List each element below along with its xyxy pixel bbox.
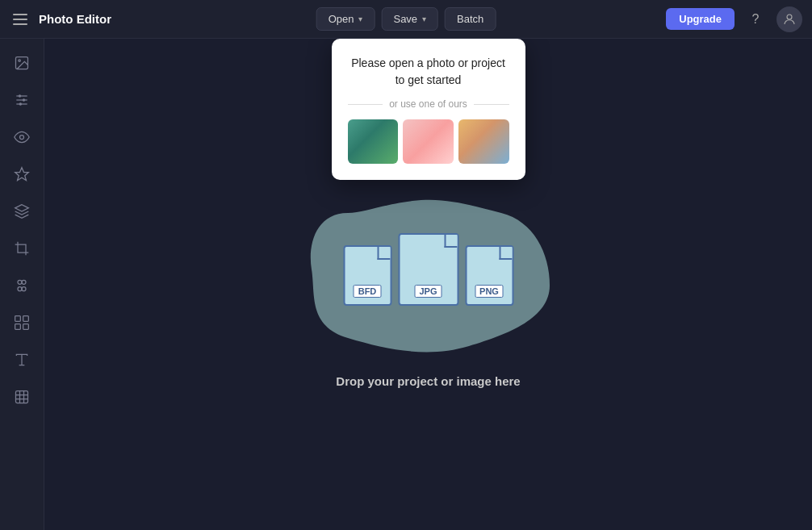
- svg-rect-17: [15, 324, 21, 330]
- sidebar: [0, 39, 44, 530]
- file-icon-jpg: JPG: [398, 233, 458, 306]
- sidebar-item-magic[interactable]: [6, 158, 38, 190]
- file-label-jpg: JPG: [414, 285, 442, 298]
- batch-button[interactable]: Batch: [445, 7, 496, 31]
- header-right: Upgrade ?: [666, 6, 802, 32]
- main-layout: Please open a photo or project to get st…: [0, 39, 812, 530]
- popup-divider-text: or use one of ours: [389, 98, 467, 110]
- header-center: Open ▾ Save ▾ Batch: [316, 7, 496, 31]
- file-icon-png: PNG: [465, 245, 513, 306]
- sidebar-item-adjustments[interactable]: [6, 84, 38, 116]
- svg-point-12: [22, 280, 26, 284]
- file-label-png: PNG: [475, 285, 504, 298]
- drop-text: Drop your project or image here: [336, 374, 520, 388]
- open-chevron-icon: ▾: [358, 15, 362, 23]
- svg-marker-10: [15, 168, 29, 181]
- svg-point-7: [23, 98, 25, 101]
- sidebar-item-effects[interactable]: [6, 381, 38, 413]
- svg-point-14: [22, 287, 26, 291]
- popup-divider: or use one of ours: [348, 98, 509, 110]
- file-icons: BFD JPG PNG: [343, 233, 513, 306]
- save-chevron-icon: ▾: [422, 15, 426, 23]
- sidebar-item-preview[interactable]: [6, 121, 38, 153]
- app-title: Photo Editor: [39, 12, 111, 26]
- svg-point-8: [19, 102, 22, 105]
- sidebar-item-layers[interactable]: [6, 269, 38, 302]
- popup-title: Please open a photo or project to get st…: [348, 55, 509, 89]
- file-label-bfd: BFD: [354, 285, 382, 298]
- sample-images: [348, 119, 509, 164]
- svg-rect-18: [23, 324, 29, 330]
- svg-rect-15: [15, 316, 21, 322]
- help-icon[interactable]: ?: [743, 6, 768, 32]
- blob-container: BFD JPG PNG: [299, 181, 558, 358]
- svg-point-6: [19, 94, 21, 97]
- canvas-area: Please open a photo or project to get st…: [44, 39, 812, 530]
- sidebar-item-transform[interactable]: [6, 307, 38, 339]
- sidebar-item-crop[interactable]: [6, 232, 38, 265]
- sample-image-van[interactable]: [348, 119, 399, 164]
- sample-image-person[interactable]: [403, 119, 454, 164]
- sidebar-item-paint[interactable]: [6, 195, 38, 227]
- open-button[interactable]: Open ▾: [316, 7, 375, 31]
- svg-point-13: [18, 287, 22, 291]
- sample-image-city[interactable]: [458, 119, 509, 164]
- header: Photo Editor Open ▾ Save ▾ Batch Upgrade…: [0, 0, 812, 39]
- drop-zone[interactable]: BFD JPG PNG: [299, 181, 558, 388]
- save-button[interactable]: Save ▾: [381, 7, 438, 31]
- file-icon-bfd: BFD: [343, 245, 391, 306]
- sidebar-item-text[interactable]: [6, 344, 38, 376]
- svg-rect-16: [23, 316, 29, 322]
- svg-rect-21: [16, 391, 28, 403]
- sidebar-item-image[interactable]: [6, 47, 38, 79]
- svg-point-9: [20, 136, 24, 140]
- svg-point-2: [19, 60, 20, 62]
- menu-icon[interactable]: [10, 10, 31, 28]
- avatar[interactable]: [776, 6, 802, 32]
- svg-point-11: [18, 280, 22, 284]
- open-dropdown-popup: Please open a photo or project to get st…: [332, 39, 525, 180]
- upgrade-button[interactable]: Upgrade: [666, 8, 735, 30]
- svg-point-0: [787, 15, 792, 19]
